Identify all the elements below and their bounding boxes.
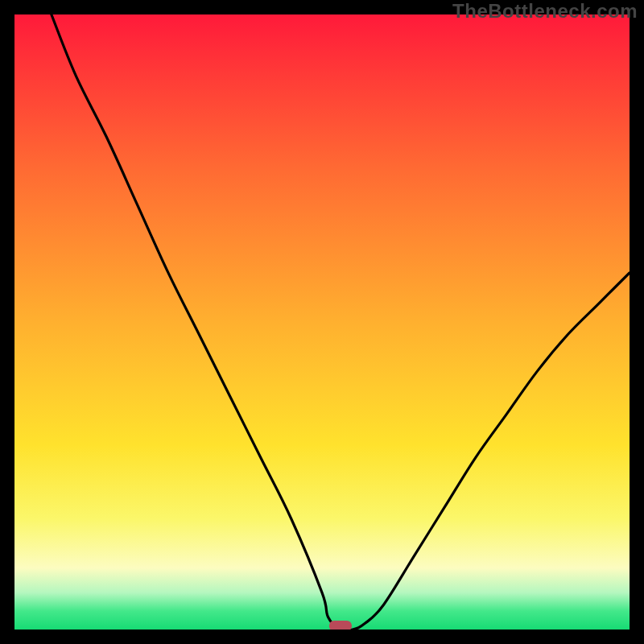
bottleneck-curve <box>52 14 630 630</box>
watermark-text: TheBottleneck.com <box>452 0 638 23</box>
optimal-point-marker <box>329 621 352 630</box>
chart-frame: TheBottleneck.com <box>0 0 644 644</box>
plot-area <box>14 14 630 630</box>
chart-overlay <box>14 14 630 630</box>
